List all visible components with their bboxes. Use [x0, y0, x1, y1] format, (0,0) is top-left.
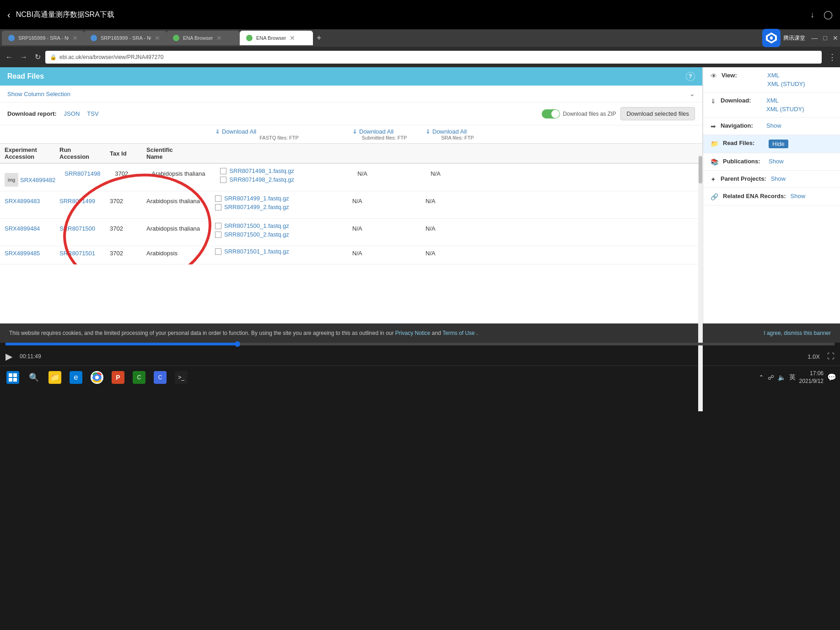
fastq-link-1a[interactable]: SRR8071498_1.fastq.gz: [229, 167, 294, 174]
tax-text-4: 3702: [110, 250, 123, 257]
scrollbar-thumb[interactable]: [699, 156, 702, 183]
zip-toggle[interactable]: [542, 109, 560, 118]
app1-button[interactable]: C: [130, 368, 148, 387]
start-button[interactable]: [4, 368, 22, 387]
volume-icon[interactable]: 🔈: [778, 374, 786, 381]
lang-indicator[interactable]: 英: [789, 373, 796, 382]
cell-exp-4: SRX4899485: [0, 246, 55, 259]
download-xml-study-link[interactable]: XML (STUDY): [766, 106, 804, 113]
chevron-icon[interactable]: ⌃: [759, 374, 764, 381]
browser-taskbar-button[interactable]: e: [67, 368, 85, 387]
tab-label-2: SRP165999 - SRA - NCBI: [101, 35, 151, 41]
file-explorer-button[interactable]: 📁: [46, 368, 64, 387]
download-selected-button[interactable]: Download selected files: [620, 107, 695, 120]
download-all-fastq-button[interactable]: ⇓ Download All: [215, 128, 343, 135]
fastq-checkbox-3b[interactable]: [215, 232, 221, 238]
exp-link-2[interactable]: SRX4899483: [5, 198, 40, 205]
run-link-4[interactable]: SRR8071501: [59, 250, 95, 257]
fastq-link-1b[interactable]: SRR8071498_2.fastq.gz: [229, 176, 294, 183]
back-button[interactable]: ‹: [7, 10, 11, 20]
powerpoint-button[interactable]: P: [109, 368, 127, 387]
submitted-na-1: N/A: [357, 170, 367, 177]
run-link-3[interactable]: SRR8071500: [59, 225, 95, 232]
run-link-2[interactable]: SRR8071499: [59, 198, 95, 205]
publications-show-link[interactable]: Show: [769, 158, 784, 165]
table-header: Experiment Accession Run Accession Tax I…: [0, 144, 702, 164]
address-bar[interactable]: 🔒 ebi.ac.uk/ena/browser/view/PRJNA497270: [45, 51, 822, 64]
tab-close-1[interactable]: ✕: [72, 34, 78, 42]
read-files-help-button[interactable]: ?: [686, 72, 695, 81]
tab-ena-2[interactable]: ENA Browser ✕: [240, 31, 313, 45]
tencent-logo: [762, 29, 781, 47]
progress-bar[interactable]: [5, 343, 835, 345]
tab-close-2[interactable]: ✕: [155, 34, 160, 42]
cookie-dismiss-button[interactable]: I agree, dismiss this banner: [764, 329, 831, 337]
download-all-submitted-button[interactable]: ⇓ Download All: [352, 128, 416, 135]
fastq-checkbox-1a[interactable]: [220, 168, 226, 174]
terms-of-use-link[interactable]: Terms of Use: [442, 330, 475, 336]
back-nav-button[interactable]: ←: [4, 51, 15, 63]
cell-fastq-1: SRR8071498_1.fastq.gz SRR8071498_2.fastq…: [215, 164, 353, 187]
exp-link-1[interactable]: SRX4899482: [20, 177, 55, 183]
download-xml-link[interactable]: XML: [766, 97, 804, 104]
close-window-button[interactable]: ✕: [833, 34, 838, 42]
tab-close-4[interactable]: ✕: [290, 34, 295, 42]
chrome-button[interactable]: [88, 368, 106, 387]
forward-nav-button[interactable]: →: [18, 51, 29, 63]
play-button[interactable]: ▶: [5, 351, 12, 362]
refresh-button[interactable]: ↻: [33, 51, 43, 63]
fastq-link-2b[interactable]: SRR8071499_2.fastq.gz: [224, 204, 289, 210]
parent-projects-show-link[interactable]: Show: [771, 175, 786, 182]
sci-text-3: Arabidopsis thaliana: [146, 225, 200, 232]
minimize-button[interactable]: —: [812, 34, 818, 42]
fullscreen-button[interactable]: ⛶: [827, 352, 835, 361]
view-xml-study-link[interactable]: XML (STUDY): [767, 81, 805, 87]
related-ena-show-link[interactable]: Show: [791, 193, 806, 199]
settings-icon[interactable]: ◯: [824, 10, 833, 20]
column-selection-link[interactable]: Show Column Selection: [7, 91, 70, 97]
navigation-show-link[interactable]: Show: [766, 122, 781, 129]
exp-link-3[interactable]: SRX4899484: [5, 225, 40, 232]
navigation-label: Navigation:: [721, 122, 762, 129]
network-icon[interactable]: ☍: [768, 374, 774, 381]
fastq-link-4a[interactable]: SRR8071501_1.fastq.gz: [224, 248, 289, 255]
app2-button[interactable]: C: [151, 368, 169, 387]
fastq-checkbox-4a[interactable]: [215, 248, 221, 255]
view-xml-link[interactable]: XML: [767, 72, 805, 79]
cell-exp-1: img SRX4899482: [0, 164, 60, 189]
fastq-checkbox-2a[interactable]: [215, 195, 221, 202]
browser-menu-button[interactable]: ⋮: [828, 52, 836, 62]
cookie-text: This website requires cookies, and the l…: [9, 329, 478, 337]
fastq-checkbox-2b[interactable]: [215, 204, 221, 210]
read-files-hide-link[interactable]: Hide: [769, 140, 788, 148]
privacy-notice-link[interactable]: Privacy Notice: [395, 330, 431, 336]
sra-na-3: N/A: [425, 225, 436, 232]
download-icon[interactable]: ↓: [810, 10, 814, 20]
read-files-header: Read Files ?: [0, 67, 702, 86]
speed-display[interactable]: 1.0X: [808, 353, 820, 360]
run-link-1[interactable]: SRR8071498: [65, 170, 100, 177]
tab-srp-2[interactable]: SRP165999 - SRA - NCBI ✕: [84, 31, 167, 45]
fastq-link-2a[interactable]: SRR8071499_1.fastq.gz: [224, 195, 289, 202]
exp-link-4[interactable]: SRX4899485: [5, 250, 40, 257]
cell-sci-4: Arabidopsis: [142, 246, 210, 259]
fastq-checkbox-3a[interactable]: [215, 223, 221, 229]
tab-srp-1[interactable]: SRP165999 - SRA - NCBI ✕: [2, 31, 84, 45]
new-tab-button[interactable]: +: [313, 33, 325, 43]
progress-fill: [5, 343, 237, 345]
tab-close-3[interactable]: ✕: [216, 34, 222, 42]
address-text: ebi.ac.uk/ena/browser/view/PRJNA497270: [59, 54, 163, 60]
notification-icon[interactable]: 💬: [827, 373, 836, 382]
terminal-button[interactable]: >_: [172, 368, 190, 387]
tsv-link[interactable]: TSV: [87, 110, 98, 117]
tab-ena-1[interactable]: ENA Browser ✕: [167, 31, 240, 45]
sra-na-1: N/A: [431, 170, 441, 177]
fastq-link-3a[interactable]: SRR8071500_1.fastq.gz: [224, 222, 289, 229]
restore-button[interactable]: □: [824, 34, 827, 42]
fastq-checkbox-1b[interactable]: [220, 177, 226, 183]
fastq-link-3b[interactable]: SRR8071500_2.fastq.gz: [224, 231, 289, 238]
json-link[interactable]: JSON: [64, 110, 80, 117]
download-all-sra-button[interactable]: ⇓ Download All: [425, 128, 490, 135]
publications-label: Publications:: [723, 158, 764, 165]
search-taskbar-button[interactable]: 🔍: [25, 368, 43, 387]
